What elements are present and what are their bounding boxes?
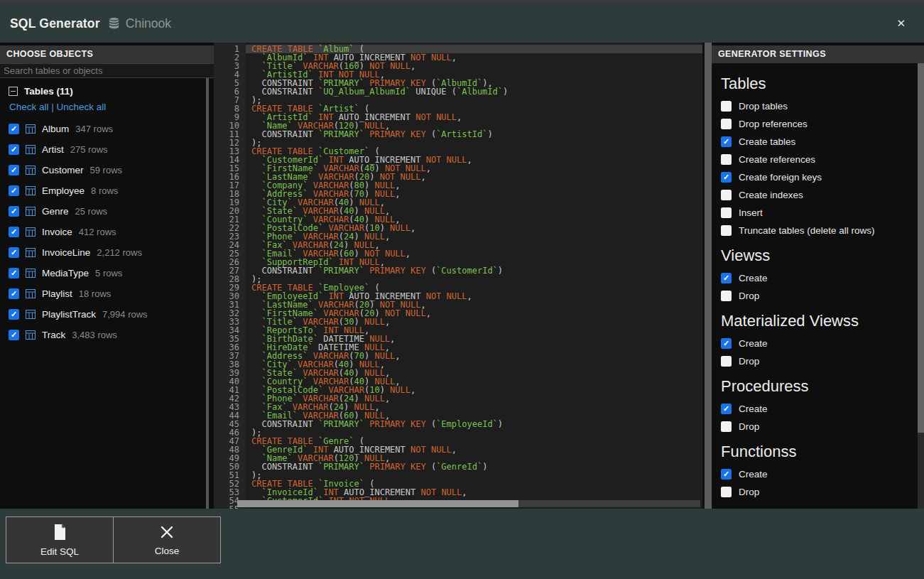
line-number: 6 <box>214 87 246 96</box>
code-text: CONSTRAINT `PRIMARY` PRIMARY KEY (`Artis… <box>246 130 712 139</box>
table-list-item[interactable]: ✓ Album347 rows <box>9 119 205 139</box>
checkbox-checked[interactable]: ✓ <box>721 404 732 414</box>
code-line: 6 CONSTRAINT `UQ_Album_AlbumId` UNIQUE (… <box>214 87 712 96</box>
table-name: Playlist <box>42 288 72 299</box>
table-list-item[interactable]: ✓ Genre25 rows <box>9 201 205 222</box>
code-text: CONSTRAINT `PRIMARY` PRIMARY KEY (`Emplo… <box>246 420 712 428</box>
checkbox[interactable] <box>721 225 732 236</box>
settings-option-label: Create <box>739 338 768 349</box>
settings-option[interactable]: ✓Create foreign keys <box>721 171 914 183</box>
settings-option-label: Drop <box>739 356 759 367</box>
table-list-item[interactable]: ✓ Invoice412 rows <box>9 222 205 242</box>
settings-option[interactable]: Drop tables <box>721 100 914 112</box>
tables-group-row[interactable]: Tables (11) <box>9 86 205 97</box>
sql-preview-editor[interactable]: 1CREATE TABLE `Album` (2 `AlbumId` INT A… <box>214 43 712 509</box>
settings-option[interactable]: ✓Create <box>721 272 914 284</box>
checkbox[interactable] <box>721 487 732 497</box>
checkbox[interactable] <box>721 421 732 432</box>
checkbox-checked[interactable]: ✓ <box>9 268 19 278</box>
checkbox[interactable] <box>721 190 732 200</box>
collapse-icon[interactable] <box>9 87 18 96</box>
checkbox[interactable] <box>721 154 732 165</box>
settings-option[interactable]: ✓Create <box>721 403 914 415</box>
settings-option[interactable]: Drop <box>721 421 914 433</box>
table-list-item[interactable]: ✓ Employee8 rows <box>9 180 205 201</box>
table-list-item[interactable]: ✓ InvoiceLine2,212 rows <box>9 242 205 263</box>
table-icon <box>26 269 36 278</box>
checkbox-checked[interactable]: ✓ <box>9 124 19 134</box>
uncheck-all-link[interactable]: Uncheck all <box>57 102 107 112</box>
checkbox-checked[interactable]: ✓ <box>9 309 19 320</box>
checkbox-checked[interactable]: ✓ <box>721 172 732 183</box>
table-list-item[interactable]: ✓ Customer59 rows <box>9 160 205 180</box>
footer-button-group: Edit SQL Close <box>6 516 221 563</box>
table-list-item[interactable]: ✓ Artist275 rows <box>9 139 205 160</box>
table-icon <box>26 166 36 175</box>
checkbox-checked[interactable]: ✓ <box>9 330 19 340</box>
line-number: 3 <box>214 62 246 70</box>
table-row-count: 25 rows <box>75 206 108 217</box>
checkbox-checked[interactable]: ✓ <box>721 338 732 349</box>
checkbox-checked[interactable]: ✓ <box>9 165 19 175</box>
database-name: Chinook <box>126 16 171 31</box>
table-name: Track <box>42 330 65 340</box>
editor-horizontal-scrollbar-thumb[interactable] <box>237 500 518 507</box>
bulk-check-links: Check all | Uncheck all <box>9 102 205 112</box>
editor-vertical-scrollbar[interactable] <box>702 43 712 509</box>
checkbox-checked[interactable]: ✓ <box>721 136 732 147</box>
settings-option[interactable]: Create references <box>721 153 914 166</box>
generator-settings-panel: GENERATOR SETTINGS TablesDrop tablesDrop… <box>712 43 924 509</box>
checkbox[interactable] <box>721 356 732 367</box>
search-input[interactable] <box>0 63 214 78</box>
edit-sql-button[interactable]: Edit SQL <box>6 517 113 563</box>
checkbox[interactable] <box>721 291 732 301</box>
generator-settings-header: GENERATOR SETTINGS <box>712 45 924 63</box>
settings-section-title: Viewss <box>721 247 914 265</box>
checkbox[interactable] <box>721 101 732 112</box>
editor-horizontal-scrollbar[interactable] <box>237 500 700 507</box>
checkbox-checked[interactable]: ✓ <box>9 288 19 299</box>
checkbox-checked[interactable]: ✓ <box>9 144 19 155</box>
checkbox[interactable] <box>721 119 732 129</box>
table-list-item[interactable]: ✓ Track3,483 rows <box>9 325 205 345</box>
code-line: 11 CONSTRAINT `PRIMARY` PRIMARY KEY (`Ar… <box>214 130 712 139</box>
table-row-count: 347 rows <box>75 124 113 134</box>
checkbox-checked[interactable]: ✓ <box>9 185 19 196</box>
settings-option-label: Create <box>739 469 768 480</box>
check-all-link[interactable]: Check all <box>9 102 49 112</box>
table-name: MediaType <box>42 268 89 278</box>
settings-option[interactable]: Create indexes <box>721 189 914 201</box>
settings-option[interactable]: Drop <box>721 355 914 367</box>
table-list-item[interactable]: ✓ Playlist18 rows <box>9 283 205 304</box>
code-line: 45 CONSTRAINT `PRIMARY` PRIMARY KEY (`Em… <box>214 420 712 428</box>
settings-scrollbar-track[interactable] <box>918 63 924 509</box>
table-list-item[interactable]: ✓ MediaType5 rows <box>9 263 205 283</box>
table-row-count: 412 rows <box>79 227 116 237</box>
table-name: Artist <box>42 144 64 155</box>
close-button[interactable]: Close <box>113 517 220 563</box>
line-number: 7 <box>214 96 246 104</box>
sql-code: 1CREATE TABLE `Album` (2 `AlbumId` INT A… <box>214 43 712 509</box>
settings-option[interactable]: Drop <box>721 486 914 498</box>
table-name: Genre <box>42 206 69 217</box>
table-list-item[interactable]: ✓ PlaylistTrack7,994 rows <box>9 304 205 325</box>
table-name: Album <box>42 124 69 134</box>
line-number: 5 <box>214 79 246 87</box>
settings-option[interactable]: Drop references <box>721 118 914 130</box>
settings-option[interactable]: Drop <box>721 290 914 302</box>
table-row-count: 3,483 rows <box>72 330 117 340</box>
settings-option[interactable]: ✓Create <box>721 468 914 480</box>
checkbox-checked[interactable]: ✓ <box>9 247 19 258</box>
checkbox[interactable] <box>721 207 732 218</box>
left-panel-scrollbar[interactable] <box>206 78 209 509</box>
close-icon[interactable]: ✕ <box>896 17 906 30</box>
checkbox-checked[interactable]: ✓ <box>721 469 732 480</box>
settings-option[interactable]: ✓Create tables <box>721 136 914 148</box>
settings-option[interactable]: Insert <box>721 207 914 219</box>
settings-scrollbar-thumb[interactable] <box>918 63 924 433</box>
checkbox-checked[interactable]: ✓ <box>9 206 19 217</box>
checkbox-checked[interactable]: ✓ <box>721 273 732 283</box>
settings-option[interactable]: ✓Create <box>721 337 914 350</box>
checkbox-checked[interactable]: ✓ <box>9 227 19 237</box>
settings-option[interactable]: Truncate tables (delete all rows) <box>721 224 914 237</box>
